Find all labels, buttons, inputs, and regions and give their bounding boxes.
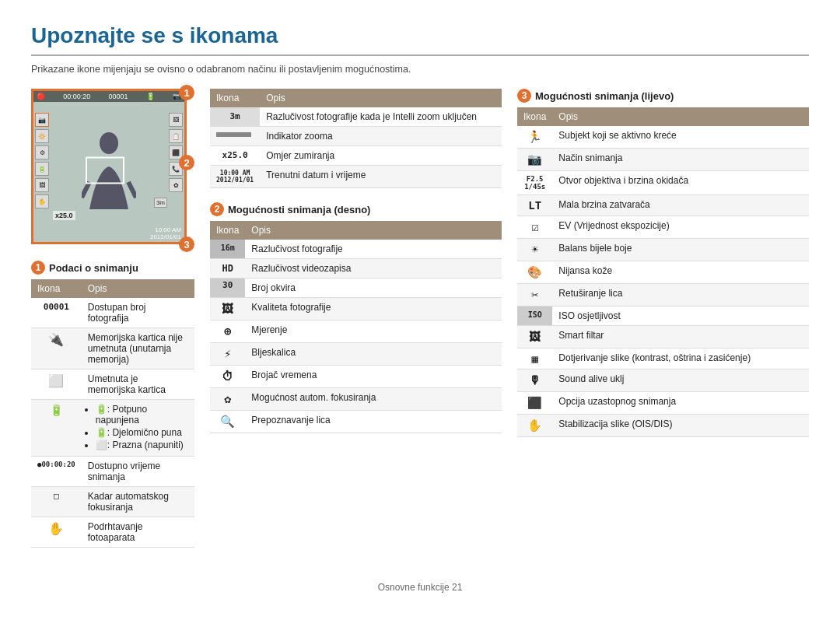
cam-time: 00:00:20 [63,93,90,100]
icon-cell: HD [210,259,245,278]
icon-cell: x25.0 [210,146,260,166]
cam-date: 2012/01/01 [150,233,181,240]
icon-cell: ☑ [517,216,552,239]
icon-cell: ⚡ [210,343,245,366]
desc-cell: Stabilizacija slike (OIS/DIS) [552,415,809,437]
section1-col-opis: Opis [82,279,194,298]
section3-title: 3 Mogućnosti snimanja (lijevo) [517,89,809,103]
desc-cell: Memorijska kartica nije umetnuta (unutar… [82,328,194,370]
icon-cell: □ [31,487,82,517]
icon-cell: ⊕ [210,321,245,343]
table-row: ⬛ Opcija uzastopnog snimanja [517,392,809,415]
cam-left-icon-4: 🔋 [35,162,49,176]
desc-cell: Razlučivost videozapisa [245,259,502,278]
table-row: ✂ Retuširanje lica [517,284,809,306]
table-row: Indikator zooma [210,127,502,146]
top-col-ikona: Ikona [210,89,260,107]
desc-cell: EV (Vrijednost ekspozicije) [552,216,809,239]
icon-cell: ISO [517,306,552,326]
icon-cell: 🏃 [517,126,552,149]
cam-left-icon-3: ⚙ [35,145,49,159]
icon-cell: 🎙 [517,370,552,392]
right-column: 3 Mogućnosti snimanja (lijevo) Ikona Opi… [517,89,809,559]
section2-table: Ikona Opis 16m Razlučivost fotografije H… [210,221,502,433]
desc-cell: Dostupno vrijeme snimanja [82,457,194,487]
icon-cell: ☀ [517,239,552,261]
section3-table: Ikona Opis 🏃 Subjekt koji se aktivno kre… [517,107,809,437]
cam-left-icon-1: 📷 [35,113,49,127]
table-row: ISO ISO osjetljivost [517,306,809,326]
table-row: 🖼 Kvaliteta fotografije [210,298,502,321]
desc-cell: Balans bijele boje [552,239,809,261]
section3-num: 3 [517,89,531,103]
table-row: 🔍 Prepoznavanje lica [210,411,502,433]
table-row: LT Mala brzina zatvarača [517,195,809,216]
desc-cell: Način snimanja [552,149,809,171]
icon-cell: LT [517,195,552,216]
desc-cell: Subjekt koji se aktivno kreće [552,126,809,149]
svg-point-0 [100,132,118,154]
circle-indicator-2: 2 [179,155,194,170]
circle-indicator-3: 3 [179,236,194,252]
icon-cell: F2.51/45s [517,171,552,195]
desc-cell: Sound alive uklj [552,370,809,392]
focus-rectangle [86,157,124,184]
desc-cell: Umetnuta je memorijska kartica [82,370,194,400]
table-row: HD Razlučivost videozapisa [210,259,502,278]
table-row: 16m Razlučivost fotografije [210,240,502,259]
icon-cell: 📷 [517,149,552,171]
desc-cell: Otvor objektiva i brzina okidača [552,171,809,195]
desc-cell: Indikator zooma [260,127,502,146]
icon-cell: ✂ [517,284,552,306]
icon-cell: 00001 [31,298,82,328]
icon-cell: 🔌 [31,328,82,370]
cam-battery-icon: 🔋 [146,93,155,100]
table-row: ☑ EV (Vrijednost ekspozicije) [517,216,809,239]
svg-line-1 [82,182,89,198]
camera-preview: 🔴 00:00:20 00001 🔋 📷 📷 🔆 ⚙ 🔋 🖼 ✋ [31,89,194,559]
table-row: ●00:00:20 Dostupno vrijeme snimanja [31,457,194,487]
table-row: 🖼 Smart filtar [517,326,809,349]
cam-left-icon-6: ✋ [35,194,49,208]
desc-cell: Mogućnost autom. fokusiranja [245,388,502,411]
icon-cell: 🔋 [31,400,82,457]
page-subtitle: Prikazane ikone mijenjaju se ovisno o od… [31,64,809,75]
page-title: Upoznajte se s ikonama [31,23,809,56]
desc-cell: Dostupan broj fotografija [82,298,194,328]
table-row: 📷 Način snimanja [517,149,809,171]
icon-cell: 🎨 [517,261,552,284]
desc-cell: Podrhtavanje fotoaparata [82,517,194,548]
section1-title: 1 Podaci o snimanju [31,261,194,275]
desc-cell: Kvaliteta fotografije [245,298,502,321]
desc-cell: Opcija uzastopnog snimanja [552,392,809,415]
table-row: 10:00 AM2012/01/01 Trenutni datum i vrij… [210,166,502,188]
cam-right-icon-1: 🖼 [169,113,183,127]
table-row: 🎨 Nijansa kože [517,261,809,284]
icon-cell: 🖼 [210,298,245,321]
top-table: Ikona Opis 3m Razlučivost fotografije ka… [210,89,502,188]
icon-cell: ✿ [210,388,245,411]
desc-cell: Retuširanje lica [552,284,809,306]
camera-screen: 🔴 00:00:20 00001 🔋 📷 📷 🔆 ⚙ 🔋 🖼 ✋ [31,89,187,244]
desc-cell: Brojač vremena [245,366,502,388]
desc-cell: Omjer zumiranja [260,146,502,166]
desc-cell: Bljeskalica [245,343,502,366]
table-row: 30 Broj okvira [210,278,502,298]
icon-cell: ⬜ [31,370,82,400]
icon-cell: 10:00 AM2012/01/01 [210,166,260,188]
cam-datetime: 10:00 AM [155,226,181,233]
footer: Osnovne funkcije 21 [31,582,809,593]
desc-cell: 🔋: Potpuno napunjena 🔋: Djelomično puna … [82,400,194,457]
table-row: 00001 Dostupan broj fotografija [31,298,194,328]
table-row: ✋ Podrhtavanje fotoaparata [31,517,194,548]
desc-cell: Smart filtar [552,326,809,349]
table-row: x25.0 Omjer zumiranja [210,146,502,166]
desc-cell: Prepoznavanje lica [245,411,502,433]
desc-cell: Mjerenje [245,321,502,343]
section3-col-ikona: Ikona [517,107,552,126]
section1-num: 1 [31,261,45,275]
desc-cell: Broj okvira [245,278,502,298]
section1-col-ikona: Ikona [31,279,82,298]
cam-viewfinder [53,122,165,219]
table-row: ⚡ Bljeskalica [210,343,502,366]
